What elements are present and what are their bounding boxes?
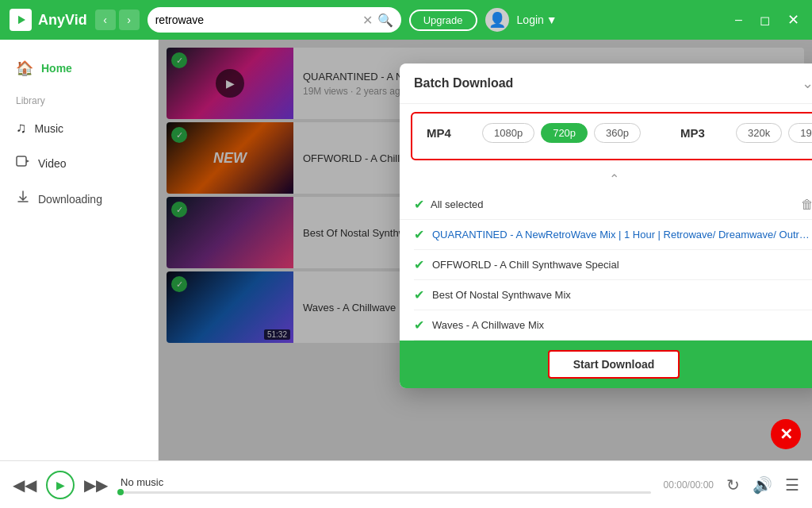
maximize-button[interactable]: ◻ <box>756 11 773 29</box>
minimize-button[interactable]: – <box>732 11 745 29</box>
mp4-quality-options: 1080p 720p 360p <box>482 123 641 143</box>
mp4-format-row: MP4 1080p 720p 360p MP3 320k 192k 128k <box>427 123 801 143</box>
list-item: ✔ QUARANTINED - A NewRetroWave Mix | 1 H… <box>414 220 812 250</box>
window-controls: – ◻ ✕ <box>732 10 802 30</box>
svg-marker-3 <box>26 160 29 163</box>
mp3-quality-options: 320k 192k 128k <box>736 123 812 143</box>
sidebar-label-home: Home <box>41 62 72 75</box>
track-name: OFFWORLD - A Chill Synthwave Special <box>432 259 812 271</box>
search-icon[interactable]: 🔍 <box>377 13 393 28</box>
main-layout: 🏠 Home Library ♫ Music Video <box>0 40 812 460</box>
batch-title: Batch Download <box>414 76 513 90</box>
mp3-label: MP3 <box>680 126 712 140</box>
bottom-icons: ↻ 🔊 ☰ <box>726 475 799 495</box>
track-list: ✔ QUARANTINED - A NewRetroWave Mix | 1 H… <box>400 220 812 341</box>
quality-1080p[interactable]: 1080p <box>482 123 534 143</box>
prev-button[interactable]: ◀◀ <box>13 475 36 495</box>
upgrade-button[interactable]: Upgrade <box>409 10 477 31</box>
track-info: No music <box>121 476 651 494</box>
svg-rect-2 <box>17 156 26 166</box>
track-check-icon: ✔ <box>414 227 424 242</box>
quality-720p[interactable]: 720p <box>541 123 588 143</box>
search-clear-icon[interactable]: ✕ <box>362 13 373 28</box>
batch-collapse-icon[interactable]: ⌄ <box>802 75 812 92</box>
home-icon: 🏠 <box>16 60 33 77</box>
list-item: ✔ Waves - A Chillwave Mix <box>414 310 812 341</box>
time-display: 00:00/00:00 <box>664 479 714 491</box>
avatar: 👤 <box>485 8 509 32</box>
sidebar-label-video: Video <box>38 157 67 170</box>
play-button[interactable]: ▶ <box>46 471 75 499</box>
playlist-button[interactable]: ☰ <box>785 475 799 495</box>
track-check-icon: ✔ <box>414 318 424 333</box>
volume-button[interactable]: 🔊 <box>753 475 772 495</box>
track-name: QUARANTINED - A NewRetroWave Mix | 1 Hou… <box>432 229 812 241</box>
track-name: Waves - A Chillwave Mix <box>432 319 812 331</box>
content-area: ▶ ✓ QUARANTINED - A NewRetroWave Mix | 1… <box>159 40 812 460</box>
track-check-icon: ✔ <box>414 287 424 302</box>
track-name: Best Of Nostal Synthwave Mix <box>432 289 812 301</box>
close-button[interactable]: ✕ <box>784 10 802 30</box>
track-check-icon: ✔ <box>414 257 424 272</box>
quality-192k[interactable]: 192k <box>788 123 812 143</box>
next-button[interactable]: ▶▶ <box>84 475 108 495</box>
sidebar-item-music[interactable]: ♫ Music <box>0 113 158 144</box>
search-input[interactable] <box>155 13 358 26</box>
all-selected-left: ✔ All selected <box>414 197 483 212</box>
progress-dot <box>117 489 124 495</box>
nav-arrows: ‹ › <box>95 10 140 30</box>
format-section: MP4 1080p 720p 360p MP3 320k 192k 128k <box>411 112 812 160</box>
batch-header: Batch Download ⌄ <box>400 64 812 104</box>
start-download-button[interactable]: Start Download <box>548 350 680 379</box>
all-check-icon: ✔ <box>414 197 424 212</box>
music-icon: ♫ <box>16 120 27 137</box>
title-bar: AnyVid ‹ › ✕ 🔍 Upgrade 👤 Login ▼ – ◻ ✕ <box>0 0 812 40</box>
mp4-label: MP4 <box>427 126 458 140</box>
player-controls: ◀◀ ▶ ▶▶ <box>13 471 108 499</box>
sidebar-item-video[interactable]: Video <box>0 147 158 179</box>
sidebar-item-home[interactable]: 🏠 Home <box>0 52 158 84</box>
download-bar: Start Download <box>400 341 812 388</box>
sidebar-item-downloading[interactable]: Downloading <box>0 183 158 215</box>
download-icon <box>16 190 30 208</box>
close-panel-button[interactable]: ✕ <box>771 419 801 449</box>
app-logo: AnyVid <box>10 9 87 31</box>
back-button[interactable]: ‹ <box>95 10 116 30</box>
login-button[interactable]: Login ▼ <box>517 13 557 26</box>
repeat-button[interactable]: ↻ <box>726 475 740 495</box>
list-item: ✔ Best Of Nostal Synthwave Mix <box>414 280 812 310</box>
search-bar: ✕ 🔍 <box>147 7 401 33</box>
video-icon <box>16 154 30 172</box>
svg-rect-1 <box>16 14 18 25</box>
list-item: ✔ OFFWORLD - A Chill Synthwave Special <box>414 250 812 280</box>
collapse-arrow[interactable]: ⌃ <box>400 168 812 190</box>
sidebar-label-downloading: Downloading <box>38 193 102 206</box>
all-selected-label: All selected <box>431 198 483 210</box>
no-music-label: No music <box>121 476 651 488</box>
sidebar: 🏠 Home Library ♫ Music Video <box>0 40 159 460</box>
quality-320k[interactable]: 320k <box>736 123 782 143</box>
progress-bar[interactable] <box>121 491 651 494</box>
all-selected-row: ✔ All selected 🗑 <box>400 190 812 220</box>
batch-download-panel: Batch Download ⌄ MP4 1080p 720p 360p MP3… <box>400 64 812 388</box>
trash-icon[interactable]: 🗑 <box>801 198 812 212</box>
sidebar-section-library: Library <box>0 87 158 110</box>
forward-button[interactable]: › <box>119 10 140 30</box>
sidebar-label-music: Music <box>35 122 64 135</box>
bottom-bar: ◀◀ ▶ ▶▶ No music 00:00/00:00 ↻ 🔊 ☰ <box>0 460 812 508</box>
app-name: AnyVid <box>38 12 87 29</box>
quality-360p[interactable]: 360p <box>594 123 641 143</box>
logo-icon <box>10 9 32 31</box>
